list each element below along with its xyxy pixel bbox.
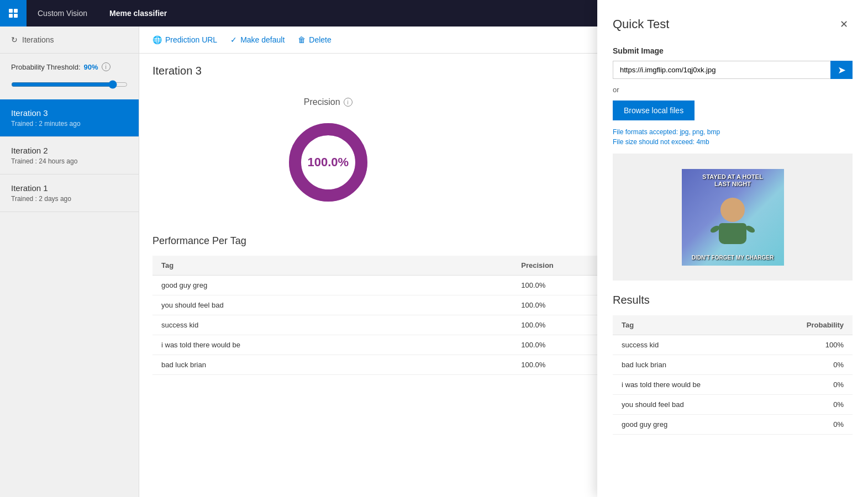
meme-figure bbox=[719, 198, 746, 244]
iteration-2-name: Iteration 2 bbox=[11, 146, 128, 155]
home-button[interactable] bbox=[0, 0, 27, 27]
iterations-label: Iterations bbox=[22, 35, 54, 44]
url-input-row: https://i.imgflip.com/1qj0xk.jpg ➤ bbox=[613, 61, 853, 79]
or-text: or bbox=[613, 86, 853, 94]
baby-head bbox=[720, 198, 745, 222]
prediction-url-button[interactable]: 🌐 Prediction URL bbox=[152, 35, 217, 44]
result-row: success kid 100% bbox=[613, 335, 853, 355]
precision-card: Precision i 100.0% bbox=[152, 86, 504, 218]
close-button[interactable]: ✕ bbox=[835, 15, 853, 33]
result-prob-cell: 0% bbox=[766, 395, 853, 415]
delete-icon: 🗑 bbox=[298, 35, 306, 44]
baby-arm-left bbox=[709, 224, 721, 234]
results-title: Results bbox=[613, 294, 853, 306]
result-row: good guy greg 0% bbox=[613, 415, 853, 435]
nav-project-name[interactable]: Meme classifier bbox=[98, 0, 178, 27]
meme-image: STAYED AT A HOTEL LAST NIGHT DIDN'T FORG… bbox=[682, 169, 784, 266]
result-row: i was told there would be 0% bbox=[613, 375, 853, 395]
result-prob-cell: 0% bbox=[766, 415, 853, 435]
result-tag-cell: i was told there would be bbox=[613, 375, 766, 395]
svg-rect-3 bbox=[14, 14, 18, 18]
prob-threshold-label: Probability Threshold: bbox=[11, 63, 81, 71]
probability-threshold-container: Probability Threshold: 90% i bbox=[0, 54, 139, 80]
go-button[interactable]: ➤ bbox=[830, 61, 853, 79]
tag-cell: i was told there would be bbox=[152, 335, 512, 355]
precision-donut: 100.0% bbox=[284, 118, 372, 207]
threshold-slider[interactable] bbox=[11, 80, 128, 89]
file-size-label: File size should not exceed: bbox=[613, 138, 695, 146]
sidebar: ↻ Iterations Probability Threshold: 90% … bbox=[0, 27, 139, 497]
nav-custom-vision[interactable]: Custom Vision bbox=[27, 0, 98, 27]
iteration-1-name: Iteration 1 bbox=[11, 183, 128, 193]
submit-image-label: Submit Image bbox=[613, 46, 853, 55]
result-row: you should feel bad 0% bbox=[613, 395, 853, 415]
precision-label: Precision i bbox=[304, 97, 353, 107]
svg-rect-1 bbox=[14, 9, 18, 13]
iterations-icon: ↻ bbox=[11, 35, 18, 44]
quick-test-panel: Quick Test ✕ Submit Image https://i.imgf… bbox=[597, 0, 868, 497]
main-layout: ↻ Iterations Probability Threshold: 90% … bbox=[0, 27, 868, 497]
iteration-item-1[interactable]: Iteration 1 Trained : 2 days ago bbox=[0, 175, 139, 212]
result-tag-cell: bad luck brian bbox=[613, 355, 766, 375]
iteration-3-name: Iteration 3 bbox=[11, 108, 128, 118]
result-tag-cell: success kid bbox=[613, 335, 766, 355]
precision-value: 100.0% bbox=[307, 155, 349, 170]
make-default-button[interactable]: ✓ Make default bbox=[230, 35, 285, 44]
file-formats-value: jpg, png, bmp bbox=[680, 128, 720, 136]
precision-info-icon[interactable]: i bbox=[344, 98, 353, 107]
prediction-url-icon: 🌐 bbox=[152, 35, 162, 44]
result-prob-cell: 0% bbox=[766, 375, 853, 395]
delete-button[interactable]: 🗑 Delete bbox=[298, 35, 331, 44]
svg-rect-2 bbox=[9, 14, 13, 18]
results-col-probability: Probability bbox=[766, 315, 853, 335]
result-tag-cell: good guy greg bbox=[613, 415, 766, 435]
threshold-slider-container bbox=[0, 80, 139, 99]
delete-label: Delete bbox=[309, 35, 331, 44]
prediction-url-label: Prediction URL bbox=[165, 35, 217, 44]
sidebar-header: ↻ Iterations bbox=[0, 27, 139, 54]
meme-top-text: STAYED AT A HOTEL LAST NIGHT bbox=[702, 173, 763, 188]
panel-header: Quick Test ✕ bbox=[613, 15, 853, 33]
prob-threshold-value: 90% bbox=[84, 63, 98, 71]
svg-rect-0 bbox=[9, 9, 13, 13]
prob-threshold-info-icon[interactable]: i bbox=[102, 62, 111, 71]
results-table: Tag Probability success kid 100% bad luc… bbox=[613, 315, 853, 435]
file-size-info: File size should not exceed: 4mb bbox=[613, 138, 853, 146]
image-preview: STAYED AT A HOTEL LAST NIGHT DIDN'T FORG… bbox=[613, 154, 853, 281]
iteration-1-time: Trained : 2 days ago bbox=[11, 195, 128, 203]
file-size-value: 4mb bbox=[696, 138, 709, 146]
tag-cell: good guy greg bbox=[152, 276, 512, 295]
result-row: bad luck brian 0% bbox=[613, 355, 853, 375]
result-prob-cell: 100% bbox=[766, 335, 853, 355]
tag-cell: you should feel bad bbox=[152, 295, 512, 315]
col-header-tag: Tag bbox=[152, 256, 512, 276]
baby-body bbox=[719, 223, 746, 244]
iteration-item-2[interactable]: Iteration 2 Trained : 24 hours ago bbox=[0, 137, 139, 175]
result-tag-cell: you should feel bad bbox=[613, 395, 766, 415]
iteration-item-3[interactable]: Iteration 3 Trained : 2 minutes ago bbox=[0, 99, 139, 137]
tag-cell: success kid bbox=[152, 315, 512, 335]
panel-title: Quick Test bbox=[613, 17, 669, 31]
iteration-2-time: Trained : 24 hours ago bbox=[11, 157, 128, 165]
results-col-tag: Tag bbox=[613, 315, 766, 335]
baby-arm-right bbox=[745, 224, 756, 234]
file-formats-label: File formats accepted: bbox=[613, 128, 678, 136]
url-input[interactable]: https://i.imgflip.com/1qj0xk.jpg bbox=[613, 61, 830, 79]
browse-local-files-button[interactable]: Browse local files bbox=[613, 101, 695, 120]
result-prob-cell: 0% bbox=[766, 355, 853, 375]
meme-bottom-text: DIDN'T FORGET MY CHARGER bbox=[692, 255, 774, 261]
tag-cell: bad luck brian bbox=[152, 355, 512, 375]
iteration-3-time: Trained : 2 minutes ago bbox=[11, 120, 128, 128]
file-formats-info: File formats accepted: jpg, png, bmp bbox=[613, 128, 853, 136]
make-default-label: Make default bbox=[240, 35, 285, 44]
make-default-icon: ✓ bbox=[230, 35, 237, 44]
